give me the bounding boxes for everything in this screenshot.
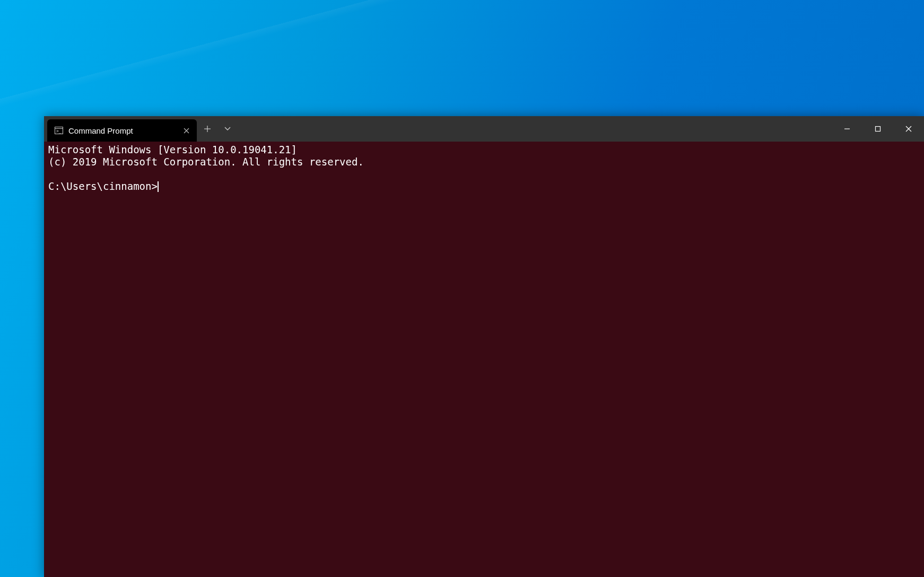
terminal-window: >_ Command Prompt	[44, 116, 924, 577]
maximize-button[interactable]	[862, 116, 893, 142]
cursor	[158, 181, 159, 192]
new-tab-button[interactable]	[197, 116, 218, 142]
output-line: Microsoft Windows [Version 10.0.19041.21…	[48, 144, 297, 155]
output-line: (c) 2019 Microsoft Corporation. All righ…	[48, 156, 364, 168]
close-tab-button[interactable]	[181, 125, 191, 136]
terminal-output[interactable]: Microsoft Windows [Version 10.0.19041.21…	[44, 142, 924, 577]
minimize-button[interactable]	[832, 116, 862, 142]
prompt: C:\Users\cinnamon>	[48, 180, 158, 192]
svg-text:>_: >_	[56, 129, 62, 134]
svg-rect-8	[876, 127, 881, 132]
window-controls	[832, 116, 924, 142]
titlebar[interactable]: >_ Command Prompt	[44, 116, 924, 142]
tab-title: Command Prompt	[68, 126, 181, 135]
close-window-button[interactable]	[893, 116, 924, 142]
tab-command-prompt[interactable]: >_ Command Prompt	[47, 119, 197, 142]
titlebar-drag-area[interactable]	[237, 116, 832, 142]
terminal-icon: >_	[55, 127, 63, 134]
profile-dropdown-button[interactable]	[218, 116, 237, 142]
